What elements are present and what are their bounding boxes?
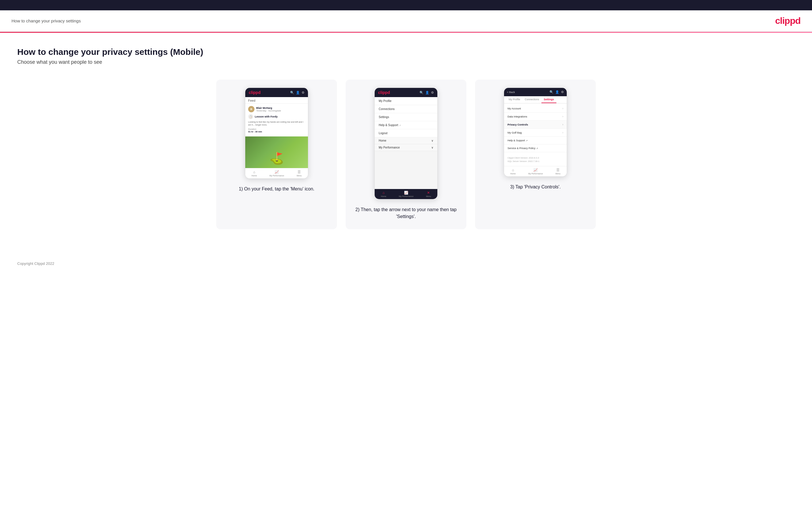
external-link-icon: ↗ bbox=[399, 124, 401, 126]
home-icon: ⌂ bbox=[253, 170, 255, 174]
performance-icon-2: 📈 bbox=[404, 191, 408, 195]
home-label-2: Home bbox=[381, 195, 387, 198]
help-support-label: Help & Support ↗ bbox=[507, 139, 527, 142]
menu-item-home: Home ∨ bbox=[375, 137, 437, 144]
nav-performance: 📈 My Performance bbox=[269, 170, 284, 177]
settings-icon: ⚙ bbox=[302, 91, 305, 95]
home-text: Home bbox=[379, 139, 387, 142]
main-content: How to change your privacy settings (Mob… bbox=[0, 33, 812, 246]
post-author-row: B Blair McHarg Yesterday · Sunningdale bbox=[248, 106, 305, 112]
step-2-description: 2) Then, tap the arrow next to your name… bbox=[353, 206, 459, 220]
phone-3-tabs: My Profile Connections Settings bbox=[504, 96, 567, 103]
client-version: Clippd Client Version: 2022.8.3-3 bbox=[507, 156, 563, 160]
home-icon-3: ⌂ bbox=[512, 168, 514, 172]
phone-2-menu-overlay: B Blair McHarg ∧ My Profile Connections … bbox=[375, 97, 437, 189]
golf-image: ⛳ bbox=[245, 136, 308, 168]
setting-help-support[interactable]: Help & Support ↗ bbox=[504, 137, 567, 145]
page-subtitle: Choose what you want people to see bbox=[17, 59, 795, 65]
server-version: GQL Server Version: 2022.7.30-1 bbox=[507, 160, 563, 163]
setting-privacy-controls[interactable]: Privacy Controls › bbox=[504, 121, 567, 129]
menu-item-performance: My Performance ∨ bbox=[375, 144, 437, 151]
phone-3-header: < Back 🔍 👤 ⚙ bbox=[504, 88, 567, 96]
nav3-home: ⌂ Home bbox=[510, 168, 516, 175]
nav-home: ⌂ Home bbox=[252, 170, 257, 177]
menu-item-help: Help & Support ↗ bbox=[375, 121, 437, 129]
lesson-title: Lesson with Fordy bbox=[255, 115, 278, 118]
golfer-silhouette: ⛳ bbox=[269, 152, 284, 165]
version-info: Clippd Client Version: 2022.8.3-3 GQL Se… bbox=[504, 153, 567, 166]
setting-my-account[interactable]: My Account › bbox=[504, 105, 567, 113]
performance-chevron: ∨ bbox=[431, 146, 433, 149]
phone-3-bottom-nav: ⌂ Home 📈 My Performance ☰ Menu bbox=[504, 166, 567, 176]
phone-1-icons: 🔍 👤 ⚙ bbox=[290, 91, 305, 95]
home-chevron: ∨ bbox=[431, 139, 433, 142]
post-duration: Duration01 hr : 30 min bbox=[248, 128, 305, 133]
tab-settings[interactable]: Settings bbox=[542, 96, 556, 103]
search-icon: 🔍 bbox=[290, 91, 294, 95]
home-label: Home bbox=[252, 175, 257, 177]
menu-label-3: Menu bbox=[556, 173, 561, 175]
phone-1-bottom-nav: ⌂ Home 📈 My Performance ☰ Menu bbox=[245, 168, 308, 178]
nav2-close: ✕ Menu bbox=[426, 191, 431, 198]
phone-1-logo: clippd bbox=[249, 90, 260, 95]
menu-item-connections: Connections bbox=[375, 105, 437, 113]
phone-2-header: clippd 🔍 👤 ⚙ bbox=[375, 88, 437, 97]
phone-3-icons: 🔍 👤 ⚙ bbox=[550, 90, 564, 94]
tab-connections[interactable]: Connections bbox=[522, 96, 542, 103]
steps-container: clippd 🔍 👤 ⚙ Feed B Blair McHarg bbox=[17, 79, 795, 229]
post-author-name: Blair McHarg bbox=[256, 107, 281, 109]
feed-post: B Blair McHarg Yesterday · Sunningdale 📋… bbox=[245, 104, 308, 136]
user-icon: 👤 bbox=[296, 91, 300, 95]
page-title: How to change your privacy settings (Mob… bbox=[17, 47, 795, 57]
footer: Copyright Clippd 2022 bbox=[0, 255, 812, 272]
back-button: < Back bbox=[507, 91, 515, 94]
copyright: Copyright Clippd 2022 bbox=[17, 262, 54, 266]
phone-2-mockup: clippd 🔍 👤 ⚙ B Blair McHarg bbox=[374, 88, 438, 200]
search-icon-3: 🔍 bbox=[550, 90, 554, 94]
setting-service-privacy[interactable]: Service & Privacy Policy ↗ bbox=[504, 145, 567, 152]
setting-my-golf-bag[interactable]: My Golf Bag › bbox=[504, 129, 567, 137]
step-2-card: clippd 🔍 👤 ⚙ B Blair McHarg bbox=[346, 79, 466, 229]
feed-label: Feed bbox=[245, 97, 308, 104]
tab-my-profile[interactable]: My Profile bbox=[506, 96, 522, 103]
breadcrumb: How to change your privacy settings bbox=[11, 18, 81, 23]
settings-icon-2: ⚙ bbox=[431, 91, 434, 95]
step-3-card: < Back 🔍 👤 ⚙ My Profile Connections Sett… bbox=[475, 79, 596, 229]
phone-2-bottom-nav: ⌂ Home 📈 My Performance ✕ Menu bbox=[375, 189, 437, 199]
menu-icon-3: ☰ bbox=[556, 168, 560, 172]
service-privacy-label: Service & Privacy Policy ↗ bbox=[507, 147, 538, 150]
performance-text: My Performance bbox=[379, 146, 400, 149]
post-author-subtitle: Yesterday · Sunningdale bbox=[256, 109, 281, 112]
my-account-label: My Account bbox=[507, 107, 521, 110]
post-description: Looking to feel like my hands are exitin… bbox=[248, 121, 305, 126]
phone-1-mockup: clippd 🔍 👤 ⚙ Feed B Blair McHarg bbox=[245, 88, 308, 179]
nav3-menu: ☰ Menu bbox=[556, 168, 561, 175]
nav3-performance: 📈 My Performance bbox=[528, 168, 543, 175]
home-label-3: Home bbox=[510, 173, 516, 175]
step-1-card: clippd 🔍 👤 ⚙ Feed B Blair McHarg bbox=[216, 79, 337, 229]
nav2-home: ⌂ Home bbox=[381, 191, 387, 198]
phone-2-icons: 🔍 👤 ⚙ bbox=[419, 91, 434, 95]
performance-icon-3: 📈 bbox=[534, 168, 538, 172]
data-integrations-arrow: › bbox=[562, 115, 563, 118]
setting-data-integrations[interactable]: Data Integrations › bbox=[504, 113, 567, 121]
close-label: Menu bbox=[426, 195, 431, 198]
home-icon-2: ⌂ bbox=[383, 191, 385, 195]
settings-icon-3: ⚙ bbox=[561, 90, 564, 94]
header: How to change your privacy settings clip… bbox=[0, 10, 812, 32]
user-icon-2: 👤 bbox=[425, 91, 429, 95]
privacy-controls-label: Privacy Controls bbox=[507, 123, 528, 126]
post-lesson-row: 📋 Lesson with Fordy bbox=[248, 114, 305, 119]
performance-label-2: My Performance bbox=[399, 195, 413, 198]
phone-2-menu-panel: B Blair McHarg ∧ My Profile Connections … bbox=[375, 97, 437, 108]
data-integrations-label: Data Integrations bbox=[507, 115, 527, 118]
menu-item-settings: Settings bbox=[375, 113, 437, 121]
phone-1-header: clippd 🔍 👤 ⚙ bbox=[245, 88, 308, 97]
menu-item-logout: Logout bbox=[375, 129, 437, 137]
nav2-performance: 📈 My Performance bbox=[399, 191, 413, 198]
close-icon: ✕ bbox=[427, 191, 430, 195]
privacy-controls-arrow: › bbox=[562, 123, 563, 126]
performance-icon: 📈 bbox=[274, 170, 279, 174]
top-bar bbox=[0, 0, 812, 10]
phone-2-menu-items: My Profile Connections Settings Help & S… bbox=[375, 97, 437, 151]
